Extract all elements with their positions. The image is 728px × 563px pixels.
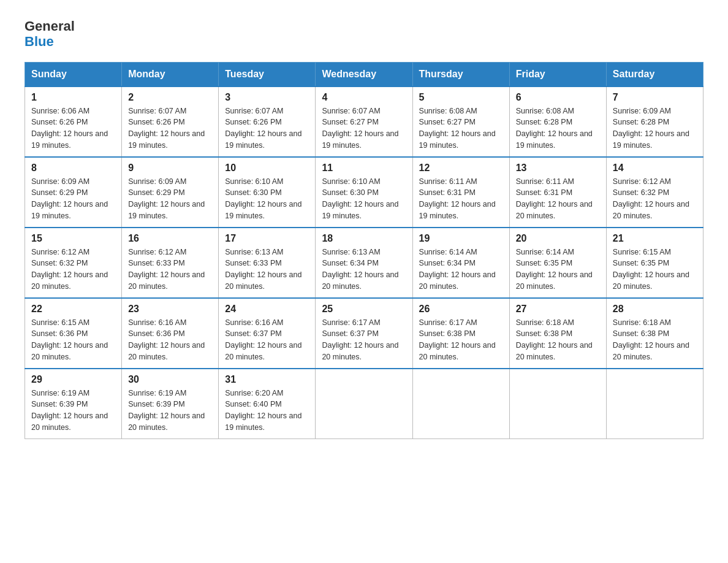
day-number: 24 xyxy=(225,304,309,315)
day-info: Sunrise: 6:17 AMSunset: 6:37 PMDaylight:… xyxy=(322,317,406,363)
calendar-cell: 5Sunrise: 6:08 AMSunset: 6:27 PMDaylight… xyxy=(412,86,509,157)
day-number: 28 xyxy=(613,304,697,315)
calendar-cell: 13Sunrise: 6:11 AMSunset: 6:31 PMDayligh… xyxy=(509,157,606,228)
day-info: Sunrise: 6:15 AMSunset: 6:35 PMDaylight:… xyxy=(613,247,697,293)
calendar-cell: 3Sunrise: 6:07 AMSunset: 6:26 PMDaylight… xyxy=(219,86,316,157)
day-info: Sunrise: 6:09 AMSunset: 6:29 PMDaylight:… xyxy=(128,176,212,222)
calendar-cell: 29Sunrise: 6:19 AMSunset: 6:39 PMDayligh… xyxy=(25,369,122,439)
day-number: 15 xyxy=(31,233,115,244)
day-number: 18 xyxy=(322,233,406,244)
weekday-header-friday: Friday xyxy=(509,62,606,86)
calendar-table: SundayMondayTuesdayWednesdayThursdayFrid… xyxy=(25,62,703,439)
week-row-4: 22Sunrise: 6:15 AMSunset: 6:36 PMDayligh… xyxy=(25,298,703,369)
page-header: General Blue General Blue xyxy=(25,18,703,50)
calendar-cell xyxy=(509,369,606,439)
day-number: 27 xyxy=(516,304,600,315)
day-info: Sunrise: 6:14 AMSunset: 6:34 PMDaylight:… xyxy=(419,247,503,293)
day-info: Sunrise: 6:12 AMSunset: 6:33 PMDaylight:… xyxy=(128,247,212,293)
day-number: 17 xyxy=(225,233,309,244)
day-number: 14 xyxy=(613,163,697,174)
calendar-cell: 15Sunrise: 6:12 AMSunset: 6:32 PMDayligh… xyxy=(25,228,122,298)
day-info: Sunrise: 6:19 AMSunset: 6:39 PMDaylight:… xyxy=(128,388,212,434)
day-number: 1 xyxy=(31,92,115,103)
day-number: 8 xyxy=(31,163,115,174)
week-row-2: 8Sunrise: 6:09 AMSunset: 6:29 PMDaylight… xyxy=(25,157,703,228)
day-number: 4 xyxy=(322,92,406,103)
calendar-cell: 19Sunrise: 6:14 AMSunset: 6:34 PMDayligh… xyxy=(412,228,509,298)
calendar-cell: 22Sunrise: 6:15 AMSunset: 6:36 PMDayligh… xyxy=(25,298,122,369)
day-info: Sunrise: 6:09 AMSunset: 6:28 PMDaylight:… xyxy=(613,105,697,151)
day-info: Sunrise: 6:18 AMSunset: 6:38 PMDaylight:… xyxy=(613,317,697,363)
day-info: Sunrise: 6:11 AMSunset: 6:31 PMDaylight:… xyxy=(419,176,503,222)
day-number: 30 xyxy=(128,374,212,385)
weekday-header-tuesday: Tuesday xyxy=(219,62,316,86)
day-number: 12 xyxy=(419,163,503,174)
calendar-cell: 7Sunrise: 6:09 AMSunset: 6:28 PMDaylight… xyxy=(606,86,703,157)
day-info: Sunrise: 6:16 AMSunset: 6:37 PMDaylight:… xyxy=(225,317,309,363)
day-number: 20 xyxy=(516,233,600,244)
day-number: 11 xyxy=(322,163,406,174)
calendar-cell: 4Sunrise: 6:07 AMSunset: 6:27 PMDaylight… xyxy=(316,86,412,157)
day-info: Sunrise: 6:07 AMSunset: 6:26 PMDaylight:… xyxy=(225,105,309,151)
day-info: Sunrise: 6:18 AMSunset: 6:38 PMDaylight:… xyxy=(516,317,600,363)
calendar-cell: 21Sunrise: 6:15 AMSunset: 6:35 PMDayligh… xyxy=(606,228,703,298)
week-row-1: 1Sunrise: 6:06 AMSunset: 6:26 PMDaylight… xyxy=(25,86,703,157)
calendar-cell: 2Sunrise: 6:07 AMSunset: 6:26 PMDaylight… xyxy=(122,86,219,157)
calendar-cell: 8Sunrise: 6:09 AMSunset: 6:29 PMDaylight… xyxy=(25,157,122,228)
day-info: Sunrise: 6:10 AMSunset: 6:30 PMDaylight:… xyxy=(225,176,309,222)
calendar-cell: 9Sunrise: 6:09 AMSunset: 6:29 PMDaylight… xyxy=(122,157,219,228)
day-info: Sunrise: 6:06 AMSunset: 6:26 PMDaylight:… xyxy=(31,105,115,151)
day-number: 19 xyxy=(419,233,503,244)
weekday-header-thursday: Thursday xyxy=(412,62,509,86)
day-info: Sunrise: 6:15 AMSunset: 6:36 PMDaylight:… xyxy=(31,317,115,363)
calendar-cell: 20Sunrise: 6:14 AMSunset: 6:35 PMDayligh… xyxy=(509,228,606,298)
day-number: 2 xyxy=(128,92,212,103)
logo: General Blue General Blue xyxy=(25,18,75,50)
day-info: Sunrise: 6:11 AMSunset: 6:31 PMDaylight:… xyxy=(516,176,600,222)
day-number: 13 xyxy=(516,163,600,174)
logo-text-general: General xyxy=(25,18,75,34)
calendar-cell: 28Sunrise: 6:18 AMSunset: 6:38 PMDayligh… xyxy=(606,298,703,369)
day-info: Sunrise: 6:17 AMSunset: 6:38 PMDaylight:… xyxy=(419,317,503,363)
calendar-cell: 18Sunrise: 6:13 AMSunset: 6:34 PMDayligh… xyxy=(316,228,412,298)
day-info: Sunrise: 6:12 AMSunset: 6:32 PMDaylight:… xyxy=(613,176,697,222)
weekday-header-row: SundayMondayTuesdayWednesdayThursdayFrid… xyxy=(25,62,703,86)
calendar-cell: 31Sunrise: 6:20 AMSunset: 6:40 PMDayligh… xyxy=(219,369,316,439)
day-info: Sunrise: 6:20 AMSunset: 6:40 PMDaylight:… xyxy=(225,388,309,434)
day-number: 7 xyxy=(613,92,697,103)
day-info: Sunrise: 6:09 AMSunset: 6:29 PMDaylight:… xyxy=(31,176,115,222)
calendar-cell xyxy=(606,369,703,439)
calendar-cell: 25Sunrise: 6:17 AMSunset: 6:37 PMDayligh… xyxy=(316,298,412,369)
day-number: 31 xyxy=(225,374,309,385)
day-number: 9 xyxy=(128,163,212,174)
day-info: Sunrise: 6:07 AMSunset: 6:26 PMDaylight:… xyxy=(128,105,212,151)
week-row-5: 29Sunrise: 6:19 AMSunset: 6:39 PMDayligh… xyxy=(25,369,703,439)
weekday-header-saturday: Saturday xyxy=(606,62,703,86)
weekday-header-monday: Monday xyxy=(122,62,219,86)
calendar-cell: 23Sunrise: 6:16 AMSunset: 6:36 PMDayligh… xyxy=(122,298,219,369)
day-number: 21 xyxy=(613,233,697,244)
calendar-cell xyxy=(316,369,412,439)
calendar-cell: 16Sunrise: 6:12 AMSunset: 6:33 PMDayligh… xyxy=(122,228,219,298)
day-info: Sunrise: 6:08 AMSunset: 6:28 PMDaylight:… xyxy=(516,105,600,151)
calendar-cell: 14Sunrise: 6:12 AMSunset: 6:32 PMDayligh… xyxy=(606,157,703,228)
day-number: 23 xyxy=(128,304,212,315)
day-number: 3 xyxy=(225,92,309,103)
calendar-cell: 1Sunrise: 6:06 AMSunset: 6:26 PMDaylight… xyxy=(25,86,122,157)
day-info: Sunrise: 6:07 AMSunset: 6:27 PMDaylight:… xyxy=(322,105,406,151)
day-number: 26 xyxy=(419,304,503,315)
day-info: Sunrise: 6:10 AMSunset: 6:30 PMDaylight:… xyxy=(322,176,406,222)
day-number: 25 xyxy=(322,304,406,315)
calendar-cell xyxy=(412,369,509,439)
week-row-3: 15Sunrise: 6:12 AMSunset: 6:32 PMDayligh… xyxy=(25,228,703,298)
day-info: Sunrise: 6:13 AMSunset: 6:33 PMDaylight:… xyxy=(225,247,309,293)
day-number: 5 xyxy=(419,92,503,103)
calendar-cell: 26Sunrise: 6:17 AMSunset: 6:38 PMDayligh… xyxy=(412,298,509,369)
logo-text-blue: Blue xyxy=(25,34,75,49)
day-info: Sunrise: 6:12 AMSunset: 6:32 PMDaylight:… xyxy=(31,247,115,293)
calendar-cell: 12Sunrise: 6:11 AMSunset: 6:31 PMDayligh… xyxy=(412,157,509,228)
day-number: 22 xyxy=(31,304,115,315)
calendar-cell: 6Sunrise: 6:08 AMSunset: 6:28 PMDaylight… xyxy=(509,86,606,157)
day-info: Sunrise: 6:19 AMSunset: 6:39 PMDaylight:… xyxy=(31,388,115,434)
weekday-header-sunday: Sunday xyxy=(25,62,122,86)
